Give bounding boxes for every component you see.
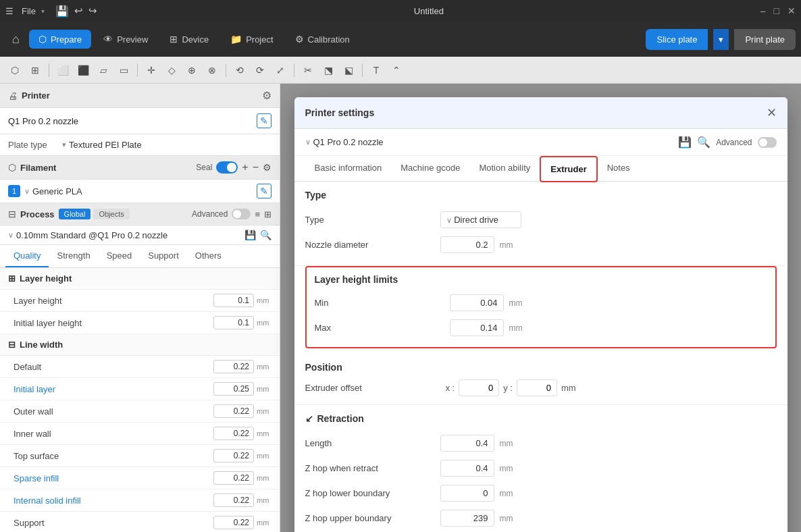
lw-support-input[interactable] (213, 516, 254, 529)
process-grid-btn[interactable]: ⊞ (264, 209, 272, 219)
print-plate-btn[interactable]: Print plate (734, 29, 796, 50)
tab-others[interactable]: Others (187, 245, 230, 267)
tab-speed[interactable]: Speed (99, 245, 140, 267)
z-hop-retract-input[interactable] (440, 460, 494, 477)
lw-top-value: mm (213, 449, 272, 462)
modal-close-btn[interactable]: ✕ (767, 105, 777, 120)
toolbar-icon-6[interactable]: ▭ (114, 61, 133, 80)
modal-tab-basic-info[interactable]: Basic information (305, 156, 392, 181)
lw-top-input[interactable] (213, 449, 254, 462)
layer-height-input[interactable] (213, 294, 254, 307)
slice-plate-btn[interactable]: Slice plate (646, 29, 708, 50)
toolbar-icon-7[interactable]: ✛ (142, 61, 161, 80)
plate-type-row: Plate type ▾ Textured PEI Plate (0, 134, 280, 156)
layer-height-title[interactable]: ⊞ Layer height (0, 268, 280, 290)
max-input[interactable] (450, 319, 504, 336)
toolbar-icon-9[interactable]: ⊕ (182, 61, 201, 80)
modal-tab-motion-ability[interactable]: Motion ability (469, 156, 540, 181)
lw-sparse-input[interactable] (213, 471, 254, 485)
modal-save-icon[interactable]: 💾 (678, 136, 692, 149)
tag-objects[interactable]: Objects (93, 209, 129, 219)
modal-tab-extruder[interactable]: Extruder (540, 156, 597, 182)
print-plate-label: Print plate (745, 34, 785, 45)
printer-gear-icon[interactable]: ⚙ (262, 89, 272, 102)
toolbar-icon-15[interactable]: ⬔ (319, 61, 338, 80)
initial-layer-height-input[interactable] (213, 316, 254, 329)
advanced-toggle-switch[interactable] (232, 209, 251, 219)
type-select[interactable]: ∨ Direct drive (440, 211, 521, 228)
z-hop-upper-input[interactable] (440, 510, 494, 527)
process-search-icon[interactable]: 🔍 (260, 230, 272, 240)
calibration-btn[interactable]: ⚙ Calibration (286, 30, 359, 49)
prepare-btn[interactable]: ⬡ Prepare (29, 30, 91, 49)
home-btn[interactable]: ⌂ (5, 28, 26, 51)
process-list-btn[interactable]: ≡ (255, 209, 260, 219)
project-btn[interactable]: 📁 Project (221, 30, 282, 49)
layer-limits-wrapper: Layer height limits Min mm Max (294, 266, 787, 348)
layer-height-group: ⊞ Layer height Layer height mm Initial l… (0, 268, 280, 334)
slice-plate-arrow[interactable]: ▾ (713, 29, 729, 50)
titlebar-left: ☰ File ▾ 💾 ↩ ↪ (5, 5, 97, 18)
z-hop-retract-unit: mm (500, 464, 513, 473)
lw-initial-value: mm (213, 382, 272, 396)
menu-icon[interactable]: ☰ (5, 6, 14, 16)
filament-edit-btn[interactable]: ✎ (257, 184, 272, 198)
nozzle-diameter-input[interactable] (440, 236, 494, 253)
toolbar-icon-11[interactable]: ⟲ (230, 61, 249, 80)
tab-quality[interactable]: Quality (5, 245, 49, 267)
close-btn[interactable]: ✕ (787, 5, 796, 16)
offset-y-input[interactable] (517, 379, 557, 396)
process-save-icon[interactable]: 💾 (244, 230, 256, 240)
filament-gear-btn[interactable]: ⚙ (263, 162, 272, 173)
lw-inner-input[interactable] (213, 427, 254, 440)
save-icon[interactable]: 💾 (55, 5, 69, 18)
tab-strength[interactable]: Strength (49, 245, 98, 267)
maximize-btn[interactable]: □ (774, 5, 779, 16)
lw-initial-input[interactable] (213, 382, 254, 396)
file-menu[interactable]: File (22, 6, 36, 16)
toolbar-icon-14[interactable]: ✂ (299, 61, 317, 80)
titlebar-chevron[interactable]: ▾ (41, 7, 45, 15)
offset-x-input[interactable] (459, 379, 499, 396)
filament-remove-btn[interactable]: − (253, 161, 259, 174)
printer-edit-btn[interactable]: ✎ (257, 113, 272, 128)
toolbar-icon-13[interactable]: ⤢ (271, 61, 290, 80)
preview-btn[interactable]: 👁 Preview (94, 30, 157, 49)
toolbar-icon-4[interactable]: ⬛ (74, 61, 93, 80)
toolbar-icon-16[interactable]: ⬕ (339, 61, 358, 80)
offset-unit: mm (561, 383, 576, 393)
redo-icon[interactable]: ↪ (88, 5, 97, 17)
toolbar-icon-17[interactable]: T (367, 61, 386, 80)
filament-add-btn[interactable]: + (242, 161, 248, 174)
modal-tab-machine-gcode[interactable]: Machine gcode (391, 156, 469, 181)
lw-default-input[interactable] (213, 360, 254, 373)
modal-advanced-toggle[interactable] (758, 137, 777, 148)
toolbar-icon-8[interactable]: ◇ (162, 61, 181, 80)
tab-support[interactable]: Support (140, 245, 187, 267)
toolbar-icon-2[interactable]: ⊞ (26, 61, 45, 80)
modal-tab-notes[interactable]: Notes (598, 156, 640, 181)
lw-outer-input[interactable] (213, 404, 254, 418)
toolbar-icon-12[interactable]: ⟳ (251, 61, 269, 80)
tag-global[interactable]: Global (59, 209, 91, 219)
lw-internal-input[interactable] (213, 494, 254, 507)
modal-search-icon[interactable]: 🔍 (697, 136, 710, 149)
device-btn[interactable]: ⊞ Device (160, 30, 218, 49)
length-input[interactable] (440, 435, 494, 452)
offset-y-label: y : (503, 383, 513, 393)
lw-inner-unit: mm (257, 429, 272, 437)
toolbar-icon-10[interactable]: ⊗ (203, 61, 222, 80)
toolbar-icon-1[interactable]: ⬡ (5, 61, 24, 80)
toolbar-icon-5[interactable]: ▱ (94, 61, 113, 80)
undo-icon[interactable]: ↩ (74, 5, 83, 17)
seal-toggle[interactable] (216, 161, 238, 174)
toolbar-icon-18[interactable]: ⌃ (387, 61, 406, 80)
min-input[interactable] (450, 294, 504, 311)
extruder-offset-inputs: x : y : mm (446, 379, 576, 396)
minimize-btn[interactable]: – (760, 5, 766, 16)
z-hop-lower-input[interactable] (440, 485, 494, 502)
initial-layer-height-unit: mm (257, 319, 272, 327)
line-width-icon: ⊟ (8, 340, 16, 350)
toolbar-icon-3[interactable]: ⬜ (53, 61, 72, 80)
line-width-title[interactable]: ⊟ Line width (0, 334, 280, 356)
